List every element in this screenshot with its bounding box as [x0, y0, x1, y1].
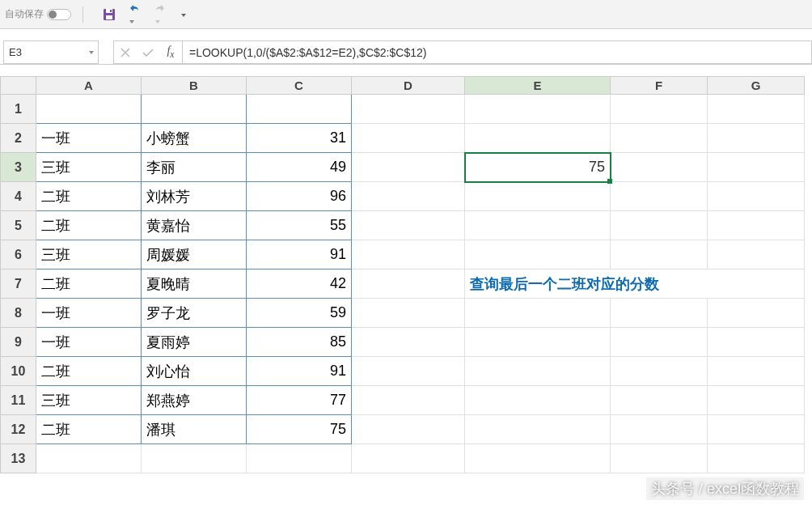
cell-D7[interactable] [352, 269, 465, 299]
cell-B7[interactable]: 夏晚晴 [142, 269, 247, 299]
cell-A7[interactable]: 二班 [36, 269, 142, 299]
save-button[interactable] [103, 8, 116, 21]
cell-A11[interactable]: 三班 [36, 386, 142, 415]
cell-D9[interactable] [352, 328, 465, 357]
cell-G5[interactable] [708, 211, 805, 240]
cell-G4[interactable] [708, 182, 805, 211]
cell-A2[interactable]: 一班 [36, 124, 142, 153]
note-text[interactable]: 查询最后一个二班对应的分数 [465, 269, 805, 299]
cell-E9[interactable] [465, 328, 611, 357]
cell-A9[interactable]: 一班 [36, 328, 142, 357]
spreadsheet-grid[interactable]: A B C D E F G 1 班级 姓名 分数 2 一班 小螃蟹 31 二班 … [0, 76, 812, 473]
cell-E10[interactable] [465, 357, 611, 386]
cell-D1[interactable] [352, 95, 465, 124]
cell-F12[interactable] [611, 415, 708, 444]
cell-C1[interactable]: 分数 [247, 95, 352, 124]
cell-G1[interactable] [708, 95, 805, 124]
cell-D10[interactable] [352, 357, 465, 386]
cell-D8[interactable] [352, 299, 465, 328]
cell-C7[interactable]: 42 [247, 269, 352, 299]
cell-F1[interactable] [611, 95, 708, 124]
cell-B6[interactable]: 周媛媛 [142, 240, 247, 269]
cell-B1[interactable]: 姓名 [142, 95, 247, 124]
cell-A10[interactable]: 二班 [36, 357, 142, 386]
cell-B5[interactable]: 黄嘉怡 [142, 211, 247, 240]
cell-D3[interactable] [352, 153, 465, 182]
cell-E5[interactable] [465, 211, 611, 240]
cell-A12[interactable]: 二班 [36, 415, 142, 444]
col-header-B[interactable]: B [142, 77, 247, 95]
cell-B13[interactable] [142, 444, 247, 473]
cell-B3[interactable]: 李丽 [142, 153, 247, 182]
cell-G8[interactable] [708, 299, 805, 328]
cell-B11[interactable]: 郑燕婷 [142, 386, 247, 415]
row-header-8[interactable]: 8 [1, 299, 36, 328]
cell-F10[interactable] [611, 357, 708, 386]
cell-F2[interactable] [611, 124, 708, 153]
row-header-7[interactable]: 7 [1, 269, 36, 299]
cell-C12[interactable]: 75 [247, 415, 352, 444]
row-header-2[interactable]: 2 [1, 124, 36, 153]
insert-function-button[interactable]: fx [159, 45, 182, 60]
cell-A8[interactable]: 一班 [36, 299, 142, 328]
cell-C3[interactable]: 49 [247, 153, 352, 182]
cell-F11[interactable] [611, 386, 708, 415]
customize-qat-button[interactable] [179, 8, 186, 21]
row-header-10[interactable]: 10 [1, 357, 36, 386]
name-box[interactable]: E3 [3, 40, 99, 64]
col-header-F[interactable]: F [611, 77, 708, 95]
cell-B4[interactable]: 刘林芳 [142, 182, 247, 211]
row-header-12[interactable]: 12 [1, 415, 36, 444]
cell-A6[interactable]: 三班 [36, 240, 142, 269]
cell-A13[interactable] [36, 444, 142, 473]
cell-A5[interactable]: 二班 [36, 211, 142, 240]
col-header-G[interactable]: G [708, 77, 805, 95]
autosave-toggle[interactable]: 自动保存 [5, 7, 71, 21]
cell-D13[interactable] [352, 444, 465, 473]
cell-E11[interactable] [465, 386, 611, 415]
cell-E2[interactable]: 二班 [465, 124, 611, 153]
redo-button[interactable] [153, 2, 167, 28]
cell-G11[interactable] [708, 386, 805, 415]
cell-G2[interactable] [708, 124, 805, 153]
cell-B12[interactable]: 潘琪 [142, 415, 247, 444]
cell-E4[interactable] [465, 182, 611, 211]
cell-C2[interactable]: 31 [247, 124, 352, 153]
cell-C13[interactable] [247, 444, 352, 473]
undo-button[interactable] [127, 2, 142, 28]
cell-E3[interactable]: 75 [465, 153, 611, 182]
cell-F8[interactable] [611, 299, 708, 328]
cell-E13[interactable] [465, 444, 611, 473]
enter-button[interactable] [137, 48, 159, 57]
cancel-button[interactable] [114, 48, 137, 57]
cell-B8[interactable]: 罗子龙 [142, 299, 247, 328]
cell-C4[interactable]: 96 [247, 182, 352, 211]
cell-F13[interactable] [611, 444, 708, 473]
cell-C5[interactable]: 55 [247, 211, 352, 240]
cell-F6[interactable] [611, 240, 708, 269]
row-header-6[interactable]: 6 [1, 240, 36, 269]
cell-G9[interactable] [708, 328, 805, 357]
cell-F9[interactable] [611, 328, 708, 357]
col-header-A[interactable]: A [36, 77, 142, 95]
cell-D12[interactable] [352, 415, 465, 444]
cell-C9[interactable]: 85 [247, 328, 352, 357]
cell-C6[interactable]: 91 [247, 240, 352, 269]
cell-D5[interactable] [352, 211, 465, 240]
cell-G12[interactable] [708, 415, 805, 444]
col-header-C[interactable]: C [247, 77, 352, 95]
cell-D2[interactable] [352, 124, 465, 153]
cell-E12[interactable] [465, 415, 611, 444]
cell-C11[interactable]: 77 [247, 386, 352, 415]
cell-D4[interactable] [352, 182, 465, 211]
cell-A4[interactable]: 二班 [36, 182, 142, 211]
cell-B2[interactable]: 小螃蟹 [142, 124, 247, 153]
cell-A1[interactable]: 班级 [36, 95, 142, 124]
row-header-9[interactable]: 9 [1, 328, 36, 357]
cell-G3[interactable] [708, 153, 805, 182]
cell-G13[interactable] [708, 444, 805, 473]
cell-F3[interactable] [611, 153, 708, 182]
select-all-corner[interactable] [1, 77, 36, 95]
cell-E1[interactable] [465, 95, 611, 124]
cell-D6[interactable] [352, 240, 465, 269]
